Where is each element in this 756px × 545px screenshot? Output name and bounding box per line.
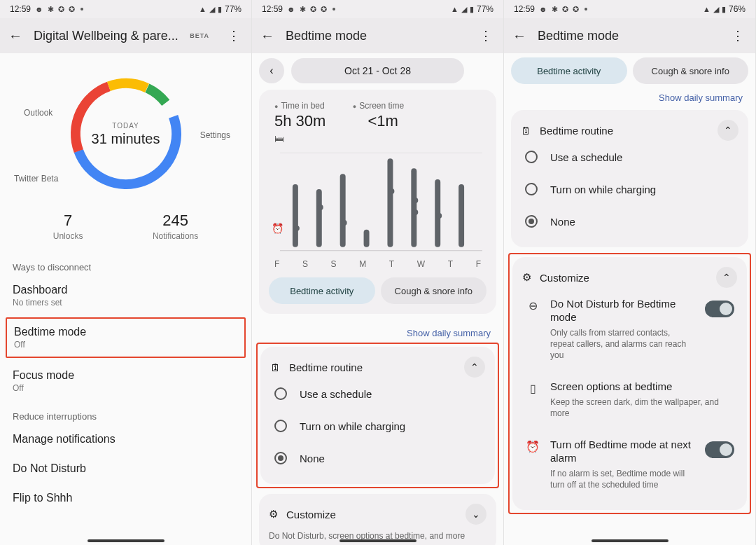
svg-point-17 xyxy=(388,188,394,194)
more-notif-dot xyxy=(332,8,335,11)
chip-cough-snore[interactable]: Cough & snore info xyxy=(381,277,487,304)
toggle-dnd-bedtime[interactable] xyxy=(705,301,734,317)
legend-screen-time: Screen time xyxy=(353,101,404,111)
focus-title: Focus mode xyxy=(13,369,239,382)
chevron-up-icon[interactable]: ⌃ xyxy=(464,357,485,378)
bedtime-routine-header[interactable]: 🗓 Bedtime routine ⌃ xyxy=(521,120,738,141)
radio-label: Use a schedule xyxy=(300,388,372,400)
calendar-icon: 🗓 xyxy=(521,125,531,137)
day-label: F xyxy=(274,259,279,269)
gesture-nav-bar[interactable] xyxy=(88,539,164,542)
day-label: M xyxy=(359,259,366,269)
notifications-metric[interactable]: 245 Notifications xyxy=(153,212,198,241)
prev-week-button[interactable]: ‹ xyxy=(259,58,284,83)
gesture-nav-bar[interactable] xyxy=(592,539,668,542)
radio-none[interactable]: None xyxy=(521,205,738,237)
svg-point-16 xyxy=(342,220,347,226)
overflow-menu-button[interactable]: ⋮ xyxy=(729,28,747,43)
unlocks-label: Unlocks xyxy=(53,231,83,241)
status-bar: 12:59 ☻ ✱ ✪ ✪ ▲ ◢ ▮ 77% xyxy=(0,0,251,18)
usage-minutes: 31 minutes xyxy=(92,131,160,147)
chevron-down-icon[interactable]: ⌄ xyxy=(465,504,486,525)
unlocks-metric[interactable]: 7 Unlocks xyxy=(53,212,83,241)
unlocks-number: 7 xyxy=(53,212,83,230)
bedtime-chart[interactable]: ⏰ xyxy=(273,146,482,256)
option-turnoff-next-alarm[interactable]: ⏰ Turn off Bedtime mode at next alarm If… xyxy=(522,429,737,500)
messenger-icon: ☻ xyxy=(539,5,547,13)
opt2-title: Screen options at bedtime xyxy=(550,380,734,394)
bedtime-sub: Off xyxy=(14,340,237,350)
chip-cough-snore[interactable]: Cough & snore info xyxy=(633,57,749,84)
legend-time-in-bed: Time in bed xyxy=(274,101,325,111)
bedtime-routine-header[interactable]: 🗓 Bedtime routine ⌃ xyxy=(270,357,485,378)
battery-icon: ▮ xyxy=(218,5,222,14)
svg-rect-7 xyxy=(316,189,322,247)
chip-bedtime-activity[interactable]: Bedtime activity xyxy=(269,277,375,304)
highlight-customize: ⚙ Customize ⌃ ⊖ Do Not Disturb for Bedti… xyxy=(508,253,751,514)
beta-badge: BETA xyxy=(190,32,209,39)
bedtime-routine-title: Bedtime routine xyxy=(540,125,613,137)
app-icon: ✪ xyxy=(69,5,75,14)
radio-turn-on-charging[interactable]: Turn on while charging xyxy=(521,173,738,205)
option-dnd-bedtime[interactable]: ⊖ Do Not Disturb for Bedtime mode Only c… xyxy=(522,288,737,371)
back-button[interactable]: ← xyxy=(512,28,526,44)
overflow-menu-button[interactable]: ⋮ xyxy=(477,28,495,43)
flip-label: Flip to Shhh xyxy=(13,492,239,504)
svg-point-15 xyxy=(318,205,323,210)
back-button[interactable]: ← xyxy=(260,28,274,44)
battery-icon: ▮ xyxy=(722,5,726,14)
show-daily-summary-link[interactable]: Show daily summary xyxy=(504,84,755,104)
row-focus-mode[interactable]: Focus mode Off xyxy=(0,361,251,401)
wifi-icon: ▲ xyxy=(703,5,710,13)
toggle-next-alarm[interactable] xyxy=(705,441,734,458)
dashboard-sub: No timers set xyxy=(13,298,239,308)
customize-card-collapsed[interactable]: ⚙ Customize ⌄ Do Not Disturb, screen opt… xyxy=(259,494,496,545)
customize-header[interactable]: ⚙ Customize ⌃ xyxy=(522,267,737,288)
option-screen-bedtime[interactable]: ▯ Screen options at bedtime Keep the scr… xyxy=(522,371,737,429)
activity-card: Time in bed Screen time 5h 30m <1m 🛏 ⏰ xyxy=(259,90,496,314)
donut-label-outlook: Outlook xyxy=(24,108,52,118)
row-dashboard[interactable]: Dashboard No timers set xyxy=(0,275,251,316)
page-title: Bedtime mode xyxy=(538,29,718,43)
radio-use-schedule[interactable]: Use a schedule xyxy=(270,378,485,410)
chevron-up-icon[interactable]: ⌃ xyxy=(718,120,738,141)
radio-use-schedule[interactable]: Use a schedule xyxy=(521,141,738,173)
gesture-nav-bar[interactable] xyxy=(340,539,416,542)
radio-turn-on-charging[interactable]: Turn on while charging xyxy=(270,410,485,442)
overflow-menu-button[interactable]: ⋮ xyxy=(225,28,243,43)
row-flip-to-shhh[interactable]: Flip to Shhh xyxy=(0,483,251,513)
svg-rect-13 xyxy=(458,184,464,247)
opt2-sub: Keep the screen dark, dim the wallpaper,… xyxy=(550,396,734,419)
radio-icon xyxy=(525,151,538,163)
chart-x-axis: F S S M T W T F xyxy=(274,259,481,269)
radio-none[interactable]: None xyxy=(270,442,485,474)
highlight-bedtime-mode: Bedtime mode Off xyxy=(6,317,246,358)
chevron-up-icon[interactable]: ⌃ xyxy=(716,267,737,288)
donut-label-twitter: Twitter Beta xyxy=(14,174,58,184)
highlight-bedtime-routine: 🗓 Bedtime routine ⌃ Use a schedule Turn … xyxy=(256,343,499,488)
more-notif-dot xyxy=(584,8,587,11)
phone-icon: ▯ xyxy=(525,382,540,395)
dashboard-title: Dashboard xyxy=(13,284,239,296)
usage-donut-chart[interactable]: TODAY 31 minutes Outlook Settings Twitte… xyxy=(0,53,251,200)
back-button[interactable]: ← xyxy=(8,28,22,44)
row-manage-notifications[interactable]: Manage notifications xyxy=(0,425,251,454)
show-daily-summary-link[interactable]: Show daily summary xyxy=(252,319,503,340)
date-range-label[interactable]: Oct 21 - Oct 28 xyxy=(291,58,464,83)
row-bedtime-mode[interactable]: Bedtime mode Off xyxy=(7,319,244,357)
manage-notifications-label: Manage notifications xyxy=(13,433,239,446)
day-label: W xyxy=(417,259,425,269)
alarm-icon: ⏰ xyxy=(525,440,540,453)
radio-icon xyxy=(525,183,538,195)
bed-icon: 🛏 xyxy=(274,133,481,144)
donut-label-settings: Settings xyxy=(200,130,230,140)
metrics-row: 7 Unlocks 245 Notifications xyxy=(18,212,233,241)
alarm-icon: ⏰ xyxy=(272,223,284,234)
signal-icon: ◢ xyxy=(713,5,719,14)
row-do-not-disturb[interactable]: Do Not Disturb xyxy=(0,454,251,483)
status-time: 12:59 xyxy=(10,4,31,14)
chip-bedtime-activity[interactable]: Bedtime activity xyxy=(511,57,627,84)
date-range-bar: ‹ Oct 21 - Oct 28 xyxy=(259,57,496,84)
page-title: Digital Wellbeing & pare... xyxy=(34,29,178,43)
customize-header[interactable]: ⚙ Customize ⌄ xyxy=(269,504,486,525)
